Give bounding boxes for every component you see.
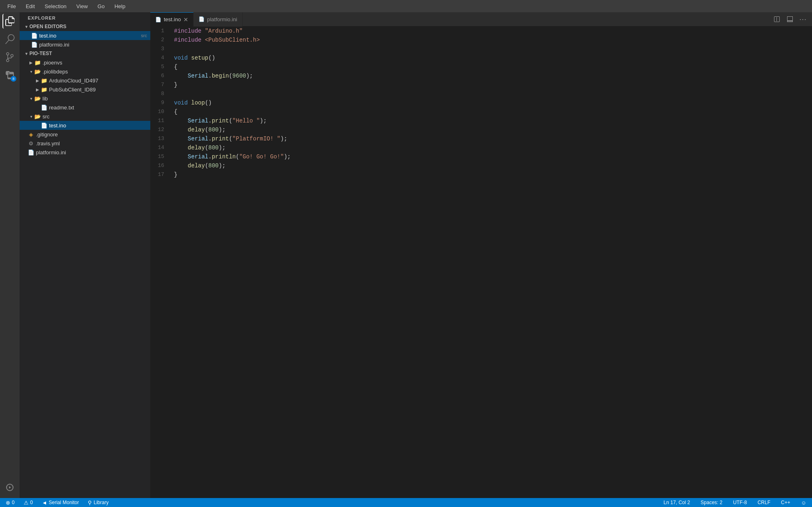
status-spaces[interactable]: Spaces: 2 (698, 498, 725, 507)
code-line-17: } (174, 170, 806, 179)
code-line-3 (174, 44, 806, 53)
tab-test-ino[interactable]: 📄 test.ino ✕ (150, 12, 194, 27)
code-line-9: void loop() (174, 98, 806, 107)
code-line-14: delay(800); (174, 143, 806, 152)
pubsubclient-arrow: ▶ (34, 86, 41, 93)
menu-edit[interactable]: Edit (22, 2, 39, 10)
arduinocloud-label: ArduinoCloud_ID497 (49, 78, 147, 84)
status-warnings[interactable]: ⚠ 0 (21, 498, 36, 507)
code-line-12: delay(800); (174, 125, 806, 134)
tab-platformio-ini[interactable]: 📄 platformio.ini (194, 12, 243, 27)
sidebar-item-lib[interactable]: ▾ 📂 lib (20, 94, 150, 103)
status-line-ending[interactable]: CRLF (755, 498, 773, 507)
folder-icon-piolibdeps: 📂 (34, 68, 41, 75)
serial-monitor-icon: ◄ (42, 500, 47, 506)
cursor-position-label: Ln 17, Col 2 (664, 500, 690, 505)
pio-test-arrow: ▾ (23, 50, 29, 57)
menu-go[interactable]: Go (94, 2, 109, 10)
explorer-activity-icon[interactable] (2, 14, 17, 29)
code-line-7: } (174, 80, 806, 89)
lib-label: lib (42, 96, 147, 102)
menu-selection[interactable]: Selection (40, 2, 70, 10)
code-line-2: #include <PubSubClient.h> (174, 36, 806, 44)
sidebar-item-testino[interactable]: 📄 test.ino (20, 121, 150, 130)
src-arrow: ▾ (28, 113, 34, 120)
file-icon-testino: 📄 (41, 122, 47, 129)
more-actions-button[interactable]: ··· (797, 13, 809, 25)
open-editor-filename-1: test.ino (39, 33, 138, 39)
folder-icon-pioenvs: 📁 (34, 59, 41, 66)
sidebar-item-platformio-ini[interactable]: 📄 platformio.ini (20, 148, 150, 157)
file-icon: 📄 (31, 32, 38, 39)
source-control-activity-icon[interactable] (2, 50, 17, 64)
testino-label: test.ino (49, 122, 147, 129)
folder-icon-src: 📂 (34, 113, 41, 120)
menu-help[interactable]: Help (110, 2, 129, 10)
line-num-3: 3 (154, 44, 164, 53)
extensions-activity-icon[interactable]: 8 (2, 68, 17, 82)
status-right: Ln 17, Col 2 Spaces: 2 UTF-8 CRLF C++ ☺ (661, 498, 809, 507)
status-cursor-position[interactable]: Ln 17, Col 2 (661, 498, 693, 507)
line-ending-label: CRLF (758, 500, 770, 505)
code-line-1: #include "Arduino.h" (174, 27, 806, 36)
code-line-8 (174, 89, 806, 98)
open-editor-platformio-ini[interactable]: 📄 platformio.ini (20, 40, 150, 49)
pubsubclient-label: PubSubClient_ID89 (49, 87, 147, 93)
pio-test-header[interactable]: ▾ PIO-TEST (20, 49, 150, 58)
sidebar-item-readme[interactable]: 📄 readme.txt (20, 103, 150, 112)
src-label: src (42, 113, 147, 120)
line-numbers: 1 2 3 4 5 6 7 8 9 10 11 12 13 14 15 16 1… (150, 27, 171, 498)
debug-activity-icon[interactable] (2, 480, 17, 495)
status-serial-monitor[interactable]: ◄ Serial Monitor (39, 498, 81, 507)
status-notifications[interactable]: ☺ (799, 498, 809, 507)
line-num-9: 9 (154, 98, 164, 107)
tab-close-1[interactable]: ✕ (183, 16, 188, 23)
sidebar-item-travis[interactable]: ⚙ .travis.yml (20, 139, 150, 148)
pioenvs-label: .pioenvs (42, 60, 147, 66)
search-activity-icon[interactable] (2, 32, 17, 47)
line-num-7: 7 (154, 80, 164, 89)
spaces-label: Spaces: 2 (700, 500, 722, 505)
smiley-icon: ☺ (801, 500, 806, 506)
open-editors-arrow: ▾ (23, 23, 29, 30)
error-icon: ⊗ (6, 500, 10, 506)
code-editor[interactable]: 1 2 3 4 5 6 7 8 9 10 11 12 13 14 15 16 1… (150, 27, 812, 498)
code-content[interactable]: #include "Arduino.h" #include <PubSubCli… (171, 27, 806, 498)
split-editor-button[interactable] (771, 13, 783, 25)
menu-view[interactable]: View (72, 2, 92, 10)
library-icon: ⚲ (88, 500, 92, 506)
status-bar: ⊗ 0 ⚠ 0 ◄ Serial Monitor ⚲ Library Ln 17… (0, 498, 812, 507)
tab-actions: ··· (771, 13, 812, 25)
open-editor-tag-1: src (141, 33, 147, 38)
scrollbar-track[interactable] (806, 27, 812, 498)
sidebar-item-piolibdeps[interactable]: ▾ 📂 .piolibdeps (20, 67, 150, 76)
line-num-17: 17 (154, 170, 164, 179)
line-num-6: 6 (154, 71, 164, 80)
pio-test-label: PIO-TEST (29, 51, 52, 56)
status-encoding[interactable]: UTF-8 (731, 498, 750, 507)
toggle-panel-button[interactable] (784, 13, 796, 25)
sidebar-item-arduinocloud[interactable]: ▶ 📁 ArduinoCloud_ID497 (20, 76, 150, 85)
sidebar-item-pubsubclient[interactable]: ▶ 📁 PubSubClient_ID89 (20, 85, 150, 94)
open-editors-header[interactable]: ▾ OPEN EDITORS (20, 22, 150, 31)
menu-file[interactable]: File (3, 2, 20, 10)
sidebar-item-pioenvs[interactable]: ▶ 📁 .pioenvs (20, 58, 150, 67)
tab-file-icon-2: 📄 (199, 16, 205, 22)
piolibdeps-arrow: ▾ (28, 68, 34, 75)
travis-label: .travis.yml (36, 140, 147, 147)
status-language[interactable]: C++ (779, 498, 793, 507)
open-editor-test-ino[interactable]: 📄 test.ino src (20, 31, 150, 40)
open-editor-filename-2: platformio.ini (39, 42, 147, 48)
line-num-4: 4 (154, 53, 164, 62)
sidebar-item-src[interactable]: ▾ 📂 src (20, 112, 150, 121)
status-library[interactable]: ⚲ Library (85, 498, 111, 507)
platformio-label: platformio.ini (36, 149, 147, 156)
gitignore-label: .gitignore (36, 131, 147, 138)
tab-bar: 📄 test.ino ✕ 📄 platformio.ini (150, 12, 812, 27)
line-num-12: 12 (154, 125, 164, 134)
line-num-14: 14 (154, 143, 164, 152)
sidebar-item-gitignore[interactable]: ◈ .gitignore (20, 130, 150, 139)
readme-label: readme.txt (49, 105, 147, 111)
status-errors[interactable]: ⊗ 0 (3, 498, 17, 507)
line-num-13: 13 (154, 134, 164, 143)
